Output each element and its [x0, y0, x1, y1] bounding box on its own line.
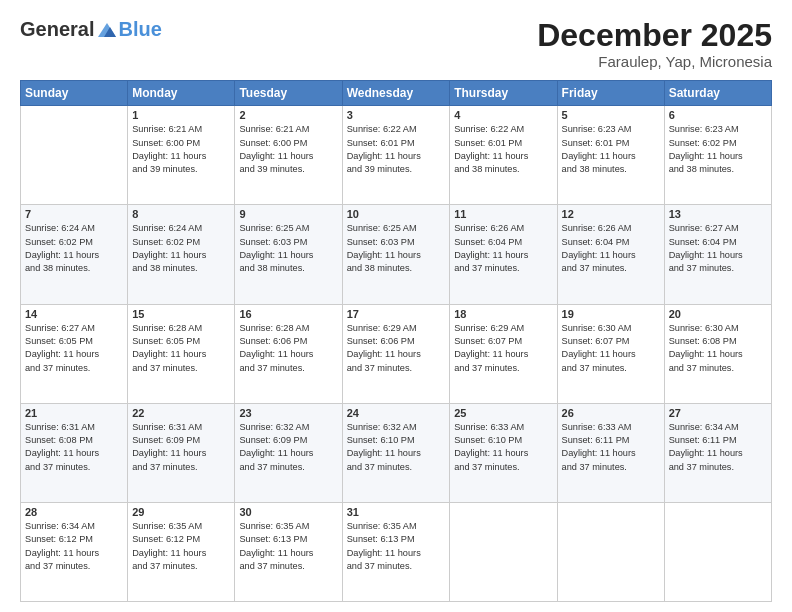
day-cell: 18Sunrise: 6:29 AMSunset: 6:07 PMDayligh…: [450, 304, 557, 403]
day-cell: 31Sunrise: 6:35 AMSunset: 6:13 PMDayligh…: [342, 502, 450, 601]
cell-info: Sunrise: 6:25 AMSunset: 6:03 PMDaylight:…: [347, 222, 446, 275]
day-cell: 8Sunrise: 6:24 AMSunset: 6:02 PMDaylight…: [128, 205, 235, 304]
week-row-2: 7Sunrise: 6:24 AMSunset: 6:02 PMDaylight…: [21, 205, 772, 304]
title-block: December 2025 Faraulep, Yap, Micronesia: [537, 18, 772, 70]
day-number: 27: [669, 407, 767, 419]
day-cell: 23Sunrise: 6:32 AMSunset: 6:09 PMDayligh…: [235, 403, 342, 502]
cell-info: Sunrise: 6:28 AMSunset: 6:05 PMDaylight:…: [132, 322, 230, 375]
logo-general: General: [20, 18, 94, 41]
month-title: December 2025: [537, 18, 772, 53]
day-number: 9: [239, 208, 337, 220]
day-number: 25: [454, 407, 552, 419]
day-number: 24: [347, 407, 446, 419]
week-row-3: 14Sunrise: 6:27 AMSunset: 6:05 PMDayligh…: [21, 304, 772, 403]
cell-info: Sunrise: 6:30 AMSunset: 6:08 PMDaylight:…: [669, 322, 767, 375]
page: General Blue December 2025 Faraulep, Yap…: [0, 0, 792, 612]
day-number: 3: [347, 109, 446, 121]
cell-info: Sunrise: 6:27 AMSunset: 6:04 PMDaylight:…: [669, 222, 767, 275]
cell-info: Sunrise: 6:35 AMSunset: 6:13 PMDaylight:…: [239, 520, 337, 573]
day-header-saturday: Saturday: [664, 81, 771, 106]
day-header-thursday: Thursday: [450, 81, 557, 106]
day-cell: 26Sunrise: 6:33 AMSunset: 6:11 PMDayligh…: [557, 403, 664, 502]
day-number: 4: [454, 109, 552, 121]
cell-info: Sunrise: 6:34 AMSunset: 6:11 PMDaylight:…: [669, 421, 767, 474]
header-row: SundayMondayTuesdayWednesdayThursdayFrid…: [21, 81, 772, 106]
cell-info: Sunrise: 6:33 AMSunset: 6:10 PMDaylight:…: [454, 421, 552, 474]
cell-info: Sunrise: 6:35 AMSunset: 6:12 PMDaylight:…: [132, 520, 230, 573]
day-cell: 27Sunrise: 6:34 AMSunset: 6:11 PMDayligh…: [664, 403, 771, 502]
day-number: 8: [132, 208, 230, 220]
day-cell: 25Sunrise: 6:33 AMSunset: 6:10 PMDayligh…: [450, 403, 557, 502]
cell-info: Sunrise: 6:23 AMSunset: 6:02 PMDaylight:…: [669, 123, 767, 176]
cell-info: Sunrise: 6:24 AMSunset: 6:02 PMDaylight:…: [25, 222, 123, 275]
day-number: 7: [25, 208, 123, 220]
day-cell: [664, 502, 771, 601]
day-number: 19: [562, 308, 660, 320]
cell-info: Sunrise: 6:29 AMSunset: 6:07 PMDaylight:…: [454, 322, 552, 375]
cell-info: Sunrise: 6:31 AMSunset: 6:08 PMDaylight:…: [25, 421, 123, 474]
week-row-4: 21Sunrise: 6:31 AMSunset: 6:08 PMDayligh…: [21, 403, 772, 502]
cell-info: Sunrise: 6:25 AMSunset: 6:03 PMDaylight:…: [239, 222, 337, 275]
day-number: 21: [25, 407, 123, 419]
week-row-1: 1Sunrise: 6:21 AMSunset: 6:00 PMDaylight…: [21, 106, 772, 205]
day-number: 2: [239, 109, 337, 121]
day-cell: 13Sunrise: 6:27 AMSunset: 6:04 PMDayligh…: [664, 205, 771, 304]
day-number: 22: [132, 407, 230, 419]
day-cell: 3Sunrise: 6:22 AMSunset: 6:01 PMDaylight…: [342, 106, 450, 205]
day-number: 10: [347, 208, 446, 220]
day-cell: [557, 502, 664, 601]
cell-info: Sunrise: 6:31 AMSunset: 6:09 PMDaylight:…: [132, 421, 230, 474]
day-number: 11: [454, 208, 552, 220]
location-title: Faraulep, Yap, Micronesia: [537, 53, 772, 70]
day-number: 5: [562, 109, 660, 121]
day-cell: 10Sunrise: 6:25 AMSunset: 6:03 PMDayligh…: [342, 205, 450, 304]
day-cell: 15Sunrise: 6:28 AMSunset: 6:05 PMDayligh…: [128, 304, 235, 403]
cell-info: Sunrise: 6:32 AMSunset: 6:10 PMDaylight:…: [347, 421, 446, 474]
day-number: 14: [25, 308, 123, 320]
day-cell: 5Sunrise: 6:23 AMSunset: 6:01 PMDaylight…: [557, 106, 664, 205]
cell-info: Sunrise: 6:21 AMSunset: 6:00 PMDaylight:…: [132, 123, 230, 176]
cell-info: Sunrise: 6:23 AMSunset: 6:01 PMDaylight:…: [562, 123, 660, 176]
cell-info: Sunrise: 6:26 AMSunset: 6:04 PMDaylight:…: [562, 222, 660, 275]
day-cell: 21Sunrise: 6:31 AMSunset: 6:08 PMDayligh…: [21, 403, 128, 502]
day-number: 18: [454, 308, 552, 320]
day-cell: 30Sunrise: 6:35 AMSunset: 6:13 PMDayligh…: [235, 502, 342, 601]
cell-info: Sunrise: 6:22 AMSunset: 6:01 PMDaylight:…: [454, 123, 552, 176]
logo-icon: [96, 19, 118, 41]
cell-info: Sunrise: 6:34 AMSunset: 6:12 PMDaylight:…: [25, 520, 123, 573]
week-row-5: 28Sunrise: 6:34 AMSunset: 6:12 PMDayligh…: [21, 502, 772, 601]
day-cell: 22Sunrise: 6:31 AMSunset: 6:09 PMDayligh…: [128, 403, 235, 502]
calendar-table: SundayMondayTuesdayWednesdayThursdayFrid…: [20, 80, 772, 602]
day-number: 23: [239, 407, 337, 419]
day-header-tuesday: Tuesday: [235, 81, 342, 106]
day-cell: 2Sunrise: 6:21 AMSunset: 6:00 PMDaylight…: [235, 106, 342, 205]
day-number: 6: [669, 109, 767, 121]
day-cell: [21, 106, 128, 205]
cell-info: Sunrise: 6:30 AMSunset: 6:07 PMDaylight:…: [562, 322, 660, 375]
day-number: 13: [669, 208, 767, 220]
day-number: 1: [132, 109, 230, 121]
cell-info: Sunrise: 6:24 AMSunset: 6:02 PMDaylight:…: [132, 222, 230, 275]
day-header-sunday: Sunday: [21, 81, 128, 106]
cell-info: Sunrise: 6:29 AMSunset: 6:06 PMDaylight:…: [347, 322, 446, 375]
day-number: 17: [347, 308, 446, 320]
cell-info: Sunrise: 6:26 AMSunset: 6:04 PMDaylight:…: [454, 222, 552, 275]
day-number: 16: [239, 308, 337, 320]
day-cell: 20Sunrise: 6:30 AMSunset: 6:08 PMDayligh…: [664, 304, 771, 403]
day-number: 15: [132, 308, 230, 320]
day-cell: 6Sunrise: 6:23 AMSunset: 6:02 PMDaylight…: [664, 106, 771, 205]
day-number: 29: [132, 506, 230, 518]
logo: General Blue: [20, 18, 162, 41]
day-number: 28: [25, 506, 123, 518]
day-cell: 7Sunrise: 6:24 AMSunset: 6:02 PMDaylight…: [21, 205, 128, 304]
cell-info: Sunrise: 6:28 AMSunset: 6:06 PMDaylight:…: [239, 322, 337, 375]
day-cell: 4Sunrise: 6:22 AMSunset: 6:01 PMDaylight…: [450, 106, 557, 205]
day-number: 20: [669, 308, 767, 320]
day-cell: [450, 502, 557, 601]
day-cell: 12Sunrise: 6:26 AMSunset: 6:04 PMDayligh…: [557, 205, 664, 304]
day-cell: 9Sunrise: 6:25 AMSunset: 6:03 PMDaylight…: [235, 205, 342, 304]
day-header-monday: Monday: [128, 81, 235, 106]
day-number: 26: [562, 407, 660, 419]
cell-info: Sunrise: 6:33 AMSunset: 6:11 PMDaylight:…: [562, 421, 660, 474]
day-cell: 11Sunrise: 6:26 AMSunset: 6:04 PMDayligh…: [450, 205, 557, 304]
